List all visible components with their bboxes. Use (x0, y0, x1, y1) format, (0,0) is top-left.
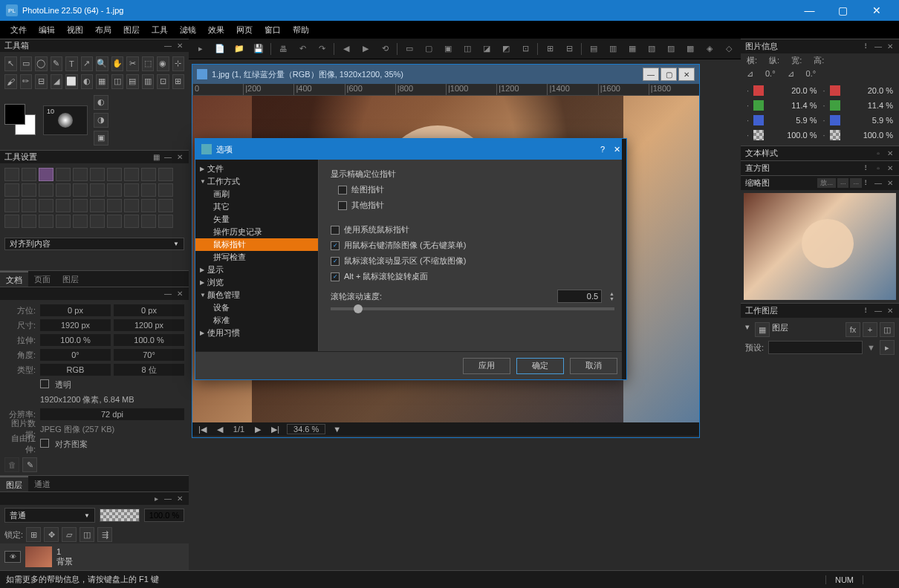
panel-close-icon[interactable]: ✕ (886, 164, 895, 173)
info-value[interactable]: 8 位 (114, 364, 184, 376)
tab-图层[interactable]: 图层 (0, 476, 28, 492)
scroll-speed-input[interactable] (557, 290, 602, 303)
toolbar-icon[interactable]: ▢ (421, 42, 436, 56)
menu-网页[interactable]: 网页 (230, 21, 259, 39)
tool-setting-btn[interactable] (4, 183, 19, 197)
nav-last-icon[interactable]: ▶| (268, 425, 282, 434)
tool-setting-btn[interactable] (141, 199, 156, 212)
checkbox-row[interactable]: 其他指针 (331, 200, 614, 211)
minimize-button[interactable]: — (793, 0, 826, 21)
transparent-checkbox[interactable] (40, 379, 49, 388)
checkbox[interactable] (331, 226, 340, 235)
nav-next-icon[interactable]: ▶ (252, 425, 264, 434)
tree-item-鼠标指针[interactable]: 鼠标指针 (195, 238, 318, 251)
tool-icon[interactable]: ✋ (111, 56, 124, 71)
tool-setting-btn[interactable] (56, 199, 71, 212)
tool-icon[interactable]: ◉ (157, 56, 169, 71)
tree-item-显示[interactable]: ▶显示 (195, 264, 318, 276)
panel-menu-icon[interactable]: ⠇ (862, 164, 871, 173)
panel-min-icon[interactable]: — (163, 290, 172, 298)
tool-setting-btn[interactable] (124, 215, 139, 228)
tool-icon[interactable]: ◯ (35, 56, 48, 71)
preset-dropdown[interactable] (768, 341, 863, 354)
toolbar-icon[interactable]: ▩ (683, 42, 698, 56)
layer-add-icon[interactable]: + (863, 322, 877, 337)
scroll-speed-slider[interactable] (331, 307, 614, 310)
nav-prev-icon[interactable]: ◀ (214, 425, 226, 434)
toolbar-icon[interactable]: ▦ (625, 42, 640, 56)
color-swatches[interactable] (4, 104, 37, 137)
tree-item-颜色管理[interactable]: ▼颜色管理 (195, 289, 318, 301)
tree-item-标准[interactable]: 标准 (195, 314, 318, 327)
doc-maximize-button[interactable]: ▢ (661, 68, 677, 81)
menu-帮助[interactable]: 帮助 (287, 21, 315, 39)
panel-grid-icon[interactable]: ▦ (152, 152, 160, 161)
tool-setting-btn[interactable] (158, 183, 173, 197)
tool-setting-btn[interactable] (73, 199, 88, 212)
tool-setting-btn[interactable] (107, 215, 122, 228)
layer-fx-icon[interactable]: fx (846, 322, 860, 337)
thumb-tab[interactable]: 放... (817, 178, 836, 188)
panel-menu-icon[interactable]: ⠇ (862, 42, 871, 51)
panel-close-icon[interactable]: ✕ (886, 42, 895, 51)
toolbar-icon[interactable]: 🖶 (276, 42, 291, 56)
zoom-dropdown-icon[interactable]: ▼ (330, 425, 344, 434)
toolbar-icon[interactable]: ↷ (314, 42, 329, 56)
tool-setting-btn[interactable] (107, 168, 122, 181)
layer-mask-icon[interactable]: ◫ (880, 322, 895, 337)
toolbar-icon[interactable]: ▶ (358, 42, 373, 56)
tree-item-拼写检查[interactable]: 拼写检查 (195, 251, 318, 264)
toolbar-icon[interactable]: ▥ (606, 42, 620, 56)
panel-min-icon[interactable]: — (874, 42, 883, 51)
panel-min-icon[interactable]: — (163, 152, 172, 161)
thumbnail-panel[interactable] (741, 190, 899, 303)
tool-setting-btn[interactable] (90, 168, 105, 181)
toolbar-icon[interactable]: ▧ (644, 42, 659, 56)
brush-preview[interactable]: 10 (43, 105, 88, 135)
toolbar-icon[interactable]: ◩ (499, 42, 513, 56)
layer-row[interactable]: 👁 1 背景 (0, 543, 189, 570)
tool-setting-btn[interactable] (124, 168, 139, 181)
toolbar-icon[interactable]: ⊟ (562, 42, 577, 56)
tool-setting-btn[interactable] (4, 215, 19, 228)
panel-close-icon[interactable]: ✕ (175, 41, 184, 50)
cancel-button[interactable]: 取消 (570, 358, 617, 374)
tool-setting-btn[interactable] (73, 183, 88, 197)
zoom-level[interactable]: 34.6 % (287, 424, 325, 434)
thumb-tab[interactable]: ... (850, 178, 862, 188)
checkbox-row[interactable]: ✓鼠标滚轮滚动显示区 (不缩放图像) (331, 255, 614, 267)
toolbar-icon[interactable]: ◇ (721, 42, 736, 56)
info-value[interactable]: 0 px (114, 304, 184, 316)
thumb-tab[interactable]: ... (837, 178, 849, 188)
tool-setting-btn[interactable] (90, 199, 105, 212)
panel-min-icon[interactable]: — (163, 494, 172, 503)
lock-alpha-icon[interactable]: ◫ (79, 527, 94, 542)
tab-文档[interactable]: 文档 (0, 271, 28, 287)
tool-icon[interactable]: ✎ (51, 56, 63, 71)
info-value[interactable]: 100.0 % (40, 334, 111, 346)
tree-item-画刷[interactable]: 画刷 (195, 188, 318, 200)
align-dropdown[interactable]: 对齐到内容 ▼ (4, 238, 184, 251)
tool-icon[interactable]: ✂ (126, 56, 139, 71)
tool-setting-btn[interactable] (158, 215, 173, 228)
maximize-button[interactable]: ▢ (826, 0, 860, 21)
panel-close-icon[interactable]: ✕ (886, 307, 895, 316)
tool-setting-btn[interactable] (141, 215, 156, 228)
tree-item-工作方式[interactable]: ▼工作方式 (195, 175, 318, 188)
menu-工具[interactable]: 工具 (146, 21, 174, 39)
panel-min-icon[interactable]: — (874, 307, 883, 316)
tree-item-矢量[interactable]: 矢量 (195, 213, 318, 226)
quick-mask-icon[interactable]: ◑ (94, 113, 108, 128)
tool-icon[interactable]: ⊹ (172, 56, 185, 71)
panel-close-icon[interactable]: ✕ (175, 152, 184, 161)
tree-item-文件[interactable]: ▶文件 (195, 163, 318, 175)
blend-mode-dropdown[interactable]: 普通 ▼ (4, 508, 95, 523)
toolbar-icon[interactable]: ▤ (586, 42, 601, 56)
tree-item-使用习惯[interactable]: ▶使用习惯 (195, 327, 318, 339)
opacity-preview[interactable] (100, 509, 140, 522)
checkbox-row[interactable]: 绘图指针 (331, 184, 614, 195)
visibility-toggle-icon[interactable]: 👁 (4, 551, 21, 563)
toolbar-icon[interactable]: ⊞ (542, 42, 557, 56)
toolbar-icon[interactable]: ◀ (339, 42, 354, 56)
tool-setting-btn[interactable] (39, 215, 53, 228)
